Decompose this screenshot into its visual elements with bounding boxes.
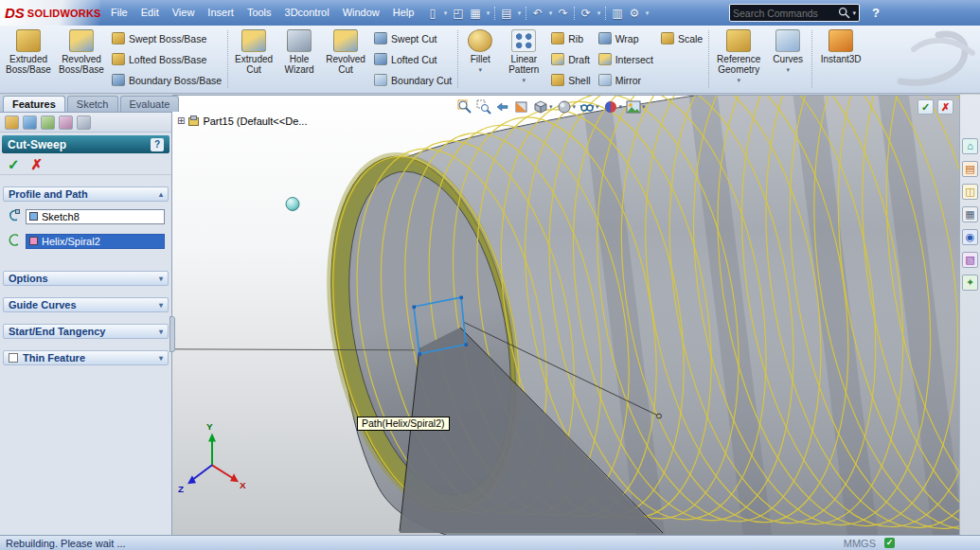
intersect-button[interactable]: Intersect [598,50,653,68]
guide-curves-header[interactable]: Guide Curves ▾ [3,297,169,312]
redo-icon[interactable]: ↷ [555,5,571,22]
mirror-button[interactable]: Mirror [598,71,653,89]
appearances-icon[interactable]: ◉ [962,229,978,245]
confirmation-cancel-icon[interactable]: ✗ [937,99,953,115]
file-properties-icon[interactable]: ▥ [609,5,625,22]
revolved-cut-button[interactable]: Revolved Cut [321,27,370,92]
fillet-dropdown-icon[interactable]: ▾ [479,64,483,75]
menu-view[interactable]: View [166,0,202,26]
hide-show-items-icon[interactable]: ▾ [579,98,600,115]
scale-button[interactable]: Scale [661,29,703,47]
section-view-icon[interactable] [513,98,530,115]
tree-expand-icon[interactable]: ⊞ [177,115,185,126]
menu-3dcontrol[interactable]: 3Dcontrol [278,0,336,26]
new-dropdown-icon[interactable]: ▾ [441,9,449,17]
revolved-boss-base-button[interactable]: Revolved Boss/Base [55,27,108,92]
view-settings-icon[interactable]: ▾ [625,98,647,115]
boundary-cut-button[interactable]: Boundary Cut [374,71,452,89]
custom-properties-icon[interactable]: ✦ [962,275,978,291]
feature-tree-tab-icon[interactable] [5,115,19,130]
zoom-fit-icon[interactable] [456,98,473,115]
display-style-icon[interactable]: ▾ [556,98,578,115]
display-manager-tab-icon[interactable] [77,115,91,130]
boundary-boss-base-button[interactable]: Boundary Boss/Base [112,71,222,89]
units-selector[interactable]: MMGS [844,538,876,549]
lofted-boss-base-button[interactable]: Lofted Boss/Base [112,50,222,68]
pm-help-icon[interactable]: ? [151,138,164,151]
undo-icon[interactable]: ↶ [529,5,545,22]
menu-tools[interactable]: Tools [241,0,278,26]
open-icon[interactable]: ◰ [450,5,466,22]
options-header[interactable]: Options ▾ [3,271,169,286]
tab-sketch[interactable]: Sketch [67,96,118,112]
linear-pattern-dropdown-icon[interactable]: ▾ [523,75,526,85]
rebuild-dropdown-icon[interactable]: ▾ [595,9,602,17]
menu-insert[interactable]: Insert [201,0,241,26]
lofted-cut-button[interactable]: Lofted Cut [374,50,452,68]
graphics-area[interactable]: Y X Z ⊞ Part15 (Default<<De... [172,95,959,535]
rib-button[interactable]: Rib [551,29,590,47]
path-field[interactable]: Helix/Spiral2 [26,234,165,249]
thin-feature-header[interactable]: Thin Feature ▾ [3,350,169,365]
extruded-cut-button[interactable]: Extruded Cut [230,27,277,92]
dropdown-icon[interactable]: ▾ [573,103,577,111]
linear-pattern-button[interactable]: Linear Pattern ▾ [500,27,547,92]
tab-features[interactable]: Features [3,96,65,112]
previous-view-icon[interactable] [494,98,511,115]
rebuild-icon[interactable]: ⟳ [578,5,594,22]
scenes-icon[interactable]: ▧ [962,252,978,268]
configuration-manager-tab-icon[interactable] [41,115,55,130]
undo-dropdown-icon[interactable]: ▾ [546,9,554,17]
hole-wizard-button[interactable]: Hole Wizard [277,27,321,92]
search-dropdown-icon[interactable]: ▾ [852,9,856,17]
search-commands-box[interactable]: ▾ [729,4,860,22]
dropdown-icon[interactable]: ▾ [619,103,623,111]
profile-path-header[interactable]: Profile and Path ▴ [3,186,169,202]
print-icon[interactable]: ▤ [498,5,514,22]
profile-field[interactable]: Sketch8 [26,209,165,224]
property-manager-tab-icon[interactable] [23,115,37,130]
pm-ok-button[interactable]: ✓ [8,157,20,171]
pm-cancel-button[interactable]: ✗ [31,157,44,171]
panel-splitter-handle[interactable] [169,316,175,352]
dimxpert-manager-tab-icon[interactable] [59,115,73,130]
options-dropdown-icon[interactable]: ▾ [643,9,650,17]
edit-appearance-icon[interactable]: ▾ [602,98,624,115]
view-palette-icon[interactable]: ▦ [962,206,978,222]
confirmation-ok-icon[interactable]: ✓ [918,99,934,115]
solidworks-resources-icon[interactable]: ⌂ [962,138,978,154]
print-dropdown-icon[interactable]: ▾ [515,9,523,17]
zoom-area-icon[interactable] [475,98,492,115]
new-document-icon[interactable]: ▯ [424,5,440,22]
swept-boss-base-button[interactable]: Swept Boss/Base [112,29,222,47]
start-end-tangency-header[interactable]: Start/End Tangency ▾ [3,324,169,339]
thin-feature-checkbox[interactable] [9,353,18,363]
options-gear-icon[interactable]: ⚙ [626,5,642,22]
menu-edit[interactable]: Edit [134,0,166,26]
draft-button[interactable]: Draft [551,50,590,68]
file-explorer-icon[interactable]: ◫ [962,184,978,200]
wrap-button[interactable]: Wrap [598,29,653,47]
feature-tree-root[interactable]: ⊞ Part15 (Default<<De... [177,115,307,127]
extruded-boss-base-button[interactable]: Extruded Boss/Base [2,27,55,92]
swept-cut-button[interactable]: Swept Cut [374,29,452,47]
cylinder-model[interactable] [172,96,959,535]
curves-button[interactable]: Curves ▾ [766,27,810,92]
shell-button[interactable]: Shell [551,71,590,89]
fillet-button[interactable]: Fillet ▾ [460,27,500,92]
search-input[interactable] [733,8,836,19]
curves-dropdown-icon[interactable]: ▾ [786,64,790,75]
save-dropdown-icon[interactable]: ▾ [484,9,491,17]
view-orientation-icon[interactable]: ▾ [532,98,554,115]
design-library-icon[interactable]: ▤ [962,161,978,177]
instant3d-button[interactable]: Instant3D [814,27,867,92]
menu-file[interactable]: File [104,0,134,26]
dropdown-icon[interactable]: ▾ [596,103,599,111]
reference-geometry-button[interactable]: Reference Geometry ▾ [711,27,766,92]
reference-geometry-dropdown-icon[interactable]: ▾ [737,75,740,85]
tab-evaluate[interactable]: Evaluate [120,96,180,112]
menu-help[interactable]: Help [386,0,421,26]
help-icon[interactable]: ? [868,0,883,26]
dropdown-icon[interactable]: ▾ [642,103,646,111]
origin-point[interactable] [286,198,299,211]
